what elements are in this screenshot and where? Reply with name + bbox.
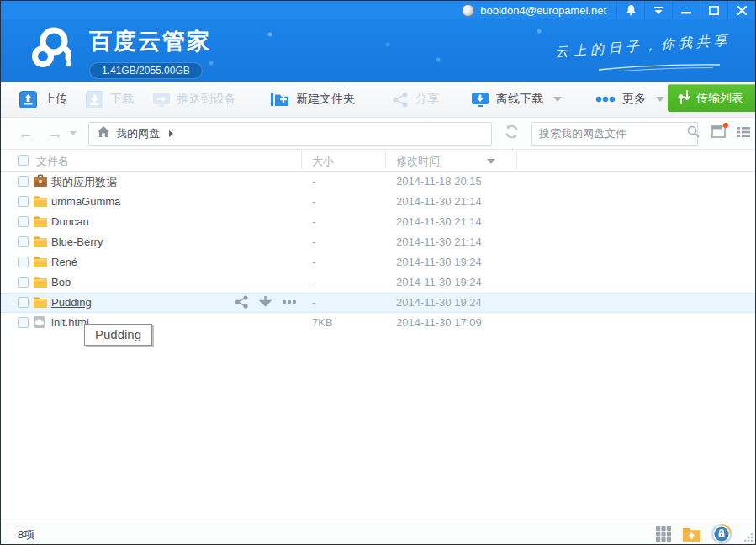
minimize-icon [681,6,691,14]
row-share-icon[interactable] [235,295,249,309]
html-file-icon [33,315,48,330]
account-menu[interactable]: bobidon4@europamel.net [452,1,616,19]
notification-bell-button[interactable] [616,1,644,19]
bell-icon [626,4,637,16]
file-modified: 2014-11-30 21:14 [396,215,482,228]
upload-folder-button[interactable] [682,526,701,545]
column-header-size[interactable]: 大小 [312,154,334,169]
row-checkbox[interactable] [18,277,29,288]
file-name[interactable]: 我的应用数据 [51,175,117,190]
upload-icon [19,91,37,108]
file-row[interactable]: Duncan - 2014-11-30 21:14 [1,212,755,232]
folder-icon [33,275,48,289]
back-button[interactable]: ← [18,125,34,141]
items-count: 8项 [18,527,34,542]
file-row[interactable]: ummaGumma - 2014-11-30 21:14 [1,192,755,212]
file-name[interactable]: René [51,256,77,268]
maximize-button[interactable] [700,1,727,19]
file-name[interactable]: ummaGumma [51,195,120,208]
transfer-list-label: 传输列表 [696,91,743,106]
offline-download-label: 离线下载 [496,92,543,107]
offline-download-caret-icon [553,97,562,102]
file-size: - [312,175,315,188]
breadcrumb-root[interactable]: 我的网盘 [116,126,160,141]
row-checkbox[interactable] [18,236,29,247]
select-all-checkbox[interactable] [18,155,29,166]
file-name[interactable]: Bob [51,276,71,288]
share-button[interactable]: 分享 [392,92,439,108]
row-checkbox[interactable] [18,297,29,308]
row-more-icon[interactable] [282,299,297,304]
file-name[interactable]: Duncan [51,215,89,228]
row-checkbox[interactable] [18,216,29,227]
new-folder-icon [270,91,289,108]
share-label: 分享 [415,92,439,107]
search-input[interactable] [539,127,687,140]
file-list-header: 文件名 大小 修改时间 [1,150,755,172]
column-separator [301,152,302,169]
home-icon [97,125,110,141]
column-header-modified[interactable]: 修改时间 [396,154,440,169]
notification-dot [723,123,728,128]
file-size: - [312,256,315,268]
download-icon [86,91,103,108]
offline-download-button[interactable]: 离线下载 [471,91,562,108]
refresh-button[interactable] [504,124,520,143]
file-modified: 2014-11-30 19:24 [396,296,482,309]
file-row[interactable]: Bob - 2014-11-30 19:24 [1,272,755,293]
push-to-device-button[interactable]: 推送到设备 [152,91,236,108]
appdata-icon [33,174,48,188]
close-icon [737,6,747,15]
transfer-arrows-icon [678,90,690,107]
navigation-bar: ← → 我的网盘 [1,118,755,150]
column-separator [385,152,386,169]
file-name[interactable]: Pudding [51,296,92,309]
row-checkbox[interactable] [18,196,29,207]
folder-icon [33,255,48,269]
more-label: 更多 [622,92,646,107]
row-checkbox[interactable] [18,176,29,187]
new-folder-button[interactable]: 新建文件夹 [270,91,355,108]
push-to-device-icon [152,91,171,108]
storage-quota[interactable]: 1.41GB/2055.00GB [89,62,203,79]
sort-caret-icon[interactable] [487,159,495,164]
file-row[interactable]: Blue-Berry - 2014-11-30 21:14 [1,232,755,252]
main-menu-button[interactable] [644,1,672,19]
app-window: bobidon4@europamel.net [0,0,756,545]
app-title: 百度云管家 [89,26,211,56]
header-banner: 百度云管家 1.41GB/2055.00GB 云上的日子，你我共享 [1,19,755,82]
file-row[interactable]: 我的应用数据 - 2014-11-18 20:15 [1,172,755,192]
history-caret-icon[interactable] [70,131,77,135]
breadcrumb[interactable]: 我的网盘 [88,122,492,146]
list-view-button[interactable] [737,126,751,141]
lock-security-button[interactable] [711,524,732,545]
upload-label: 上传 [44,92,67,107]
row-checkbox[interactable] [18,317,29,328]
file-size: - [312,235,315,248]
file-row[interactable]: René - 2014-11-30 19:24 [1,252,755,272]
new-folder-label: 新建文件夹 [296,92,355,107]
file-modified: 2014-11-30 19:24 [396,256,482,268]
folder-icon [33,194,48,209]
row-checkbox[interactable] [18,257,29,267]
close-button[interactable] [727,1,755,19]
upload-button[interactable]: 上传 [19,91,67,108]
file-name[interactable]: Blue-Berry [51,235,103,248]
apps-grid-button[interactable] [655,526,672,545]
forward-button[interactable]: → [47,125,63,141]
search-icon[interactable] [687,125,700,141]
row-download-icon[interactable] [259,295,272,309]
file-row[interactable]: Pudding - 2014-11-30 19:24 [1,293,755,313]
more-button[interactable]: 更多 [595,92,664,107]
download-button[interactable]: 下载 [86,91,134,108]
menu-icon [653,6,663,14]
baidu-cloud-logo-icon [26,21,78,77]
column-separator [516,152,517,169]
resize-grip[interactable] [744,533,753,542]
activity-panel-button[interactable] [711,125,726,141]
column-header-name[interactable]: 文件名 [36,154,69,169]
offline-download-icon [471,91,489,108]
transfer-list-button[interactable]: 传输列表 [668,84,755,112]
minimize-button[interactable] [672,1,700,19]
file-size: - [312,296,315,309]
